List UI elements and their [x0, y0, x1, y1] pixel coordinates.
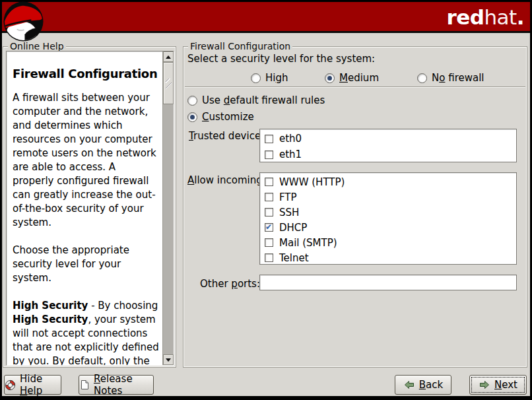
radio-customize-label: Customize	[202, 111, 254, 123]
wordmark-dot: .	[517, 5, 524, 29]
other-ports-label: Other ports:	[200, 278, 260, 290]
radio-high-label: High	[265, 72, 288, 84]
list-item-label: Mail (SMTP)	[279, 237, 337, 249]
checkbox-mail-smtp[interactable]	[265, 238, 273, 247]
triangle-down-icon	[166, 358, 171, 362]
radio-customize[interactable]	[187, 112, 197, 122]
security-level-prompt: Select a security level for the system:	[187, 53, 375, 65]
header-banner: redhat.	[2, 2, 530, 33]
arrow-right-icon	[479, 380, 490, 390]
release-notes-button[interactable]: Release Notes	[79, 375, 154, 395]
grip-lines-icon	[166, 79, 172, 89]
radio-no-firewall-label: No firewall	[432, 72, 484, 84]
radio-default-rules[interactable]	[187, 96, 197, 106]
redhat-wordmark: redhat.	[446, 6, 524, 28]
checkbox-eth0[interactable]	[265, 135, 273, 143]
hide-help-label: Hide Help	[20, 373, 61, 397]
document-icon	[79, 380, 90, 390]
list-item-www-http[interactable]: WWW (HTTP)	[260, 174, 516, 189]
checkbox-www-http[interactable]	[265, 178, 273, 186]
list-item-ftp[interactable]: FTP	[260, 189, 516, 205]
help-scrollbar[interactable]	[162, 51, 174, 365]
next-label: Next	[494, 379, 517, 391]
installer-window: redhat. Online Help Firewall Configurati…	[0, 0, 532, 400]
checkbox-dhcp[interactable]: ✔	[265, 223, 273, 232]
online-help-frame: Online Help Firewall Configuration A fir…	[3, 46, 176, 368]
list-item-mail-smtp[interactable]: Mail (SMTP)	[260, 235, 516, 250]
list-item-eth1[interactable]: eth1	[260, 147, 516, 162]
allow-incoming-list[interactable]: WWW (HTTP) FTP SSH ✔ DHCP Mail (SMTP) Te…	[259, 172, 517, 265]
horizontal-separator	[185, 86, 525, 88]
radio-no-firewall[interactable]	[417, 73, 427, 83]
help-title: Firewall Configuration	[13, 67, 160, 81]
scrollbar-track[interactable]	[163, 62, 174, 354]
help-paragraph: Choose the appropriate security level fo…	[13, 244, 160, 285]
checkbox-ftp[interactable]	[265, 193, 273, 201]
list-item-dhcp[interactable]: ✔ DHCP	[260, 220, 516, 235]
list-item-label: FTP	[279, 191, 297, 203]
list-item-ssh[interactable]: SSH	[260, 205, 516, 220]
list-item-eth0[interactable]: eth0	[260, 131, 516, 147]
help-paragraph: High Security - By choosing High Securit…	[13, 299, 160, 365]
scrollbar-thumb[interactable]	[163, 62, 174, 104]
list-item-label: WWW (HTTP)	[279, 176, 345, 188]
radio-option-no-firewall[interactable]: No firewall	[417, 71, 484, 84]
list-item-label: DHCP	[279, 222, 307, 234]
scroll-up-button[interactable]	[163, 51, 174, 62]
radio-medium-label: Medium	[339, 72, 379, 84]
wordmark-hat: hat	[484, 5, 516, 29]
release-notes-label: Release Notes	[94, 373, 153, 397]
firewall-configuration-frame: Firewall Configuration Select a security…	[183, 46, 527, 368]
redhat-shadowman-logo-icon	[3, 1, 44, 42]
help-paragraph: A firewall sits between your computer an…	[13, 91, 160, 230]
help-text: Firewall Configuration A firewall sits b…	[7, 51, 162, 365]
radio-default-rules-label: Use default firewall rules	[202, 94, 325, 106]
list-item-label: eth0	[279, 133, 302, 145]
list-item-label: eth1	[279, 149, 302, 160]
arrow-left-icon	[403, 380, 415, 390]
triangle-up-icon	[166, 55, 171, 59]
list-item-telnet[interactable]: Telnet	[260, 250, 516, 265]
next-button[interactable]: Next	[469, 375, 527, 395]
allow-incoming-label: Allow incoming:	[187, 174, 266, 186]
check-icon: ✔	[265, 222, 272, 232]
list-item-label: Telnet	[279, 252, 309, 264]
scroll-down-button[interactable]	[163, 354, 174, 365]
checkbox-telnet[interactable]	[265, 253, 273, 262]
checkbox-ssh[interactable]	[265, 208, 273, 217]
checkbox-eth1[interactable]	[265, 150, 273, 159]
radio-medium[interactable]	[325, 73, 335, 83]
trusted-devices-label: Trusted devices:	[189, 130, 269, 142]
back-label: Back	[419, 379, 443, 391]
back-button[interactable]: Back	[395, 375, 451, 395]
radio-option-customize[interactable]: Customize	[187, 110, 254, 123]
trusted-devices-list[interactable]: eth0 eth1	[259, 129, 517, 162]
hide-help-button[interactable]: Hide Help	[4, 375, 61, 395]
help-viewport: Firewall Configuration A firewall sits b…	[6, 51, 174, 366]
radio-high[interactable]	[251, 73, 261, 83]
firewall-frame-label: Firewall Configuration	[188, 41, 292, 52]
radio-option-high[interactable]: High	[251, 71, 288, 84]
list-item-label: SSH	[279, 207, 299, 218]
other-ports-input[interactable]	[259, 275, 517, 290]
radio-option-medium[interactable]: Medium	[325, 71, 379, 84]
wordmark-red: red	[446, 5, 484, 29]
lifebuoy-icon	[5, 380, 16, 391]
radio-option-default-rules[interactable]: Use default firewall rules	[187, 94, 325, 107]
